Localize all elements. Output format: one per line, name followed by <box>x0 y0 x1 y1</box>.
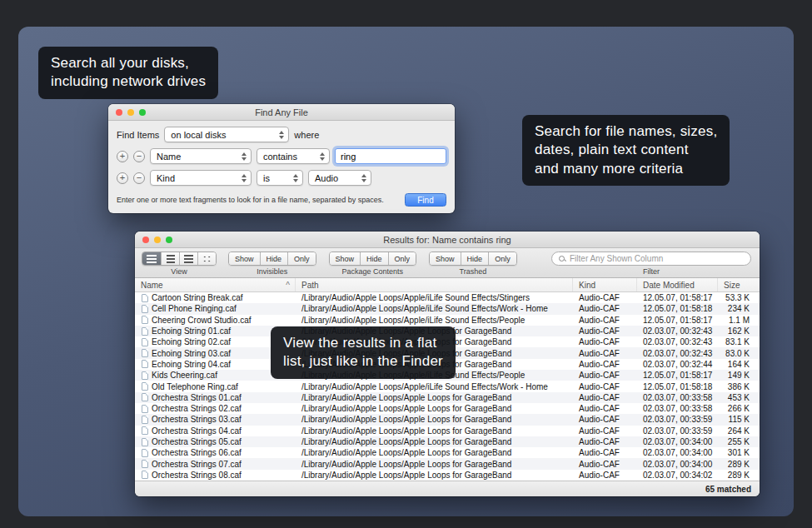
hierarchy-view-icon[interactable] <box>161 252 179 265</box>
cell-size: 83.1 K <box>718 337 760 346</box>
list-view-icon[interactable] <box>142 252 161 265</box>
cell-path: /Library/Audio/Apple Loops/Apple/iLife S… <box>296 293 573 302</box>
table-row[interactable]: Orchestra Strings 04.caf/Library/Audio/A… <box>135 426 760 436</box>
cell-size: 234 K <box>718 304 760 313</box>
column-header-date-modified[interactable]: Date Modified <box>637 278 718 291</box>
add-criterion-button[interactable]: + <box>117 172 128 184</box>
zoom-button[interactable] <box>166 237 172 243</box>
column-label: Kind <box>579 281 595 290</box>
detail-view-icon[interactable] <box>179 252 197 265</box>
kind-value-popup[interactable]: Audio <box>308 170 371 186</box>
cell-kind: Audio-CAF <box>573 293 637 302</box>
table-header: Name ^ Path Kind Date Modified Size <box>135 278 760 292</box>
field-value: Name <box>157 152 181 162</box>
cell-size: 149 K <box>718 371 760 380</box>
cell-size: 264 K <box>718 426 760 436</box>
cell-date: 02.03.07, 00:33:58 <box>637 393 718 402</box>
column-header-path[interactable]: Path <box>296 278 573 291</box>
package-hide-button[interactable]: Hide <box>360 252 388 265</box>
operator-popup[interactable]: is <box>257 170 303 186</box>
table-row[interactable]: Orchestra Strings 08.caf/Library/Audio/A… <box>135 470 760 481</box>
table-row[interactable]: Cartoon String Break.caf/Library/Audio/A… <box>135 292 760 303</box>
invisibles-show-button[interactable]: Show <box>229 252 260 265</box>
table-row[interactable]: Orchestra Strings 05.caf/Library/Audio/A… <box>135 436 760 447</box>
file-icon <box>142 294 148 302</box>
results-table-body[interactable]: Cartoon String Break.caf/Library/Audio/A… <box>135 292 760 481</box>
cell-name: Orchestra Strings 01.caf <box>135 393 296 402</box>
minimize-button[interactable] <box>127 109 134 116</box>
table-row[interactable]: Orchestra Strings 06.caf/Library/Audio/A… <box>135 447 760 458</box>
package-show-button[interactable]: Show <box>330 252 361 265</box>
operator-popup[interactable]: contains <box>257 148 330 164</box>
column-header-name[interactable]: Name ^ <box>135 278 296 291</box>
trashed-hide-button[interactable]: Hide <box>461 252 489 265</box>
callout-search-disks: Search all your disks, including network… <box>38 47 218 99</box>
remove-criterion-button[interactable]: − <box>133 151 145 162</box>
table-row[interactable]: Orchestra Strings 03.caf/Library/Audio/A… <box>135 414 760 425</box>
cell-kind: Audio-CAF <box>573 382 637 391</box>
popup-caret-icon <box>279 131 284 139</box>
operator-value: is <box>263 173 270 183</box>
close-button[interactable] <box>142 237 149 243</box>
file-icon <box>142 405 148 413</box>
package-only-button[interactable]: Only <box>388 252 416 265</box>
cell-size: 115 K <box>718 415 760 424</box>
filter-group: Filter <box>551 252 751 276</box>
find-items-label: Find Items <box>117 130 159 140</box>
icon-view-icon[interactable] <box>197 252 216 265</box>
table-row[interactable]: Orchestra Strings 07.caf/Library/Audio/A… <box>135 458 760 469</box>
column-header-size[interactable]: Size <box>718 278 760 291</box>
sort-ascending-icon: ^ <box>286 281 290 290</box>
filter-field[interactable] <box>551 252 751 266</box>
cell-date: 02.03.07, 00:32:43 <box>637 326 718 336</box>
search-term-input[interactable] <box>335 148 446 164</box>
cell-kind: Audio-CAF <box>573 426 637 436</box>
invisibles-hide-button[interactable]: Hide <box>260 252 288 265</box>
column-header-kind[interactable]: Kind <box>573 278 637 291</box>
find-button[interactable]: Find <box>405 193 446 207</box>
window-title: Results for: Name contains ring <box>383 235 511 245</box>
zoom-button[interactable] <box>139 109 146 116</box>
minimize-button[interactable] <box>154 237 161 243</box>
callout-flat-list: View the results in a flat list, just li… <box>271 326 456 379</box>
cell-size: 289 K <box>718 460 760 469</box>
file-icon <box>142 449 148 457</box>
cell-path: /Library/Audio/Apple Loops/Apple Loops f… <box>296 437 573 446</box>
remove-criterion-button[interactable]: − <box>133 172 145 184</box>
cell-date: 12.05.07, 01:58:17 <box>637 316 718 325</box>
trashed-show-button[interactable]: Show <box>430 252 461 265</box>
titlebar[interactable]: Find Any File <box>108 104 455 121</box>
screenshot-stage: Search all your disks, including network… <box>0 0 812 528</box>
table-row[interactable]: Cell Phone Ringing.caf/Library/Audio/App… <box>135 303 760 314</box>
kind-value: Audio <box>315 173 338 183</box>
cell-kind: Audio-CAF <box>573 415 637 424</box>
cell-size: 266 K <box>718 404 760 413</box>
package-contents-group: Show Hide Only Package Contents <box>329 252 417 276</box>
table-row[interactable]: Orchestra Strings 01.caf/Library/Audio/A… <box>135 392 760 403</box>
table-row[interactable]: Cheering Crowd Studio.caf/Library/Audio/… <box>135 315 760 326</box>
file-icon <box>142 460 148 468</box>
cell-size: 83.0 K <box>718 349 760 358</box>
field-popup[interactable]: Name <box>150 148 252 164</box>
file-icon <box>142 371 148 380</box>
field-popup[interactable]: Kind <box>150 170 252 186</box>
window-title: Find Any File <box>255 107 308 117</box>
cell-path: /Library/Audio/Apple Loops/Apple Loops f… <box>296 471 573 480</box>
table-row[interactable]: Orchestra Strings 02.caf/Library/Audio/A… <box>135 403 760 414</box>
filter-input[interactable] <box>570 254 744 263</box>
cell-kind: Audio-CAF <box>573 404 637 413</box>
titlebar[interactable]: Results for: Name contains ring <box>135 232 760 248</box>
cell-kind: Audio-CAF <box>573 371 637 380</box>
trashed-only-button[interactable]: Only <box>488 252 516 265</box>
scope-popup[interactable]: on local disks <box>164 127 289 142</box>
add-criterion-button[interactable]: + <box>117 151 128 162</box>
close-button[interactable] <box>116 109 122 116</box>
cell-kind: Audio-CAF <box>573 448 637 457</box>
invisibles-only-button[interactable]: Only <box>287 252 316 265</box>
cell-path: /Library/Audio/Apple Loops/Apple/iLife S… <box>296 316 573 325</box>
cell-date: 02.03.07, 00:34:00 <box>637 448 718 457</box>
table-row[interactable]: Old Telephone Ring.caf/Library/Audio/App… <box>135 381 760 391</box>
column-label: Name <box>141 281 163 290</box>
callout-line: Search for file names, sizes, <box>535 122 717 141</box>
cell-name: Orchestra Strings 08.caf <box>135 471 296 480</box>
